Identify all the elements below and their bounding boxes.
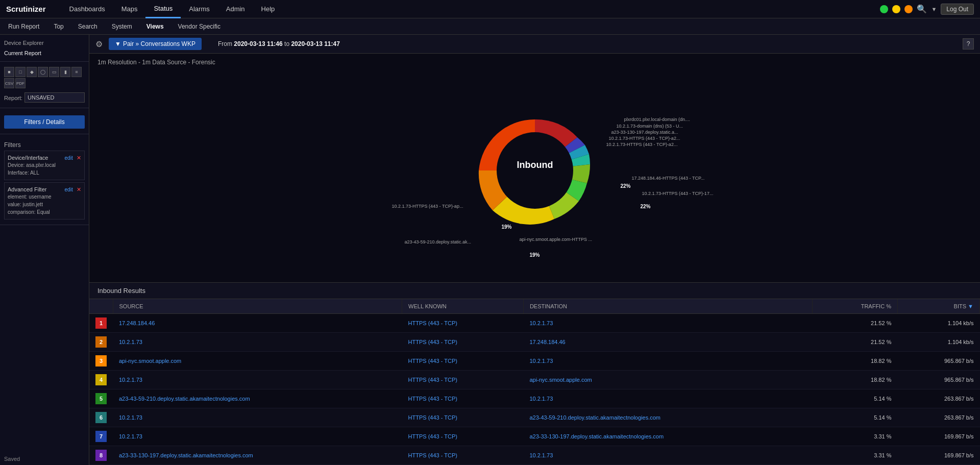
nav-dashboards[interactable]: Dashboards (61, 0, 113, 18)
table-row: 1 17.248.184.46 HTTPS (443 - TCP) 10.2.1… (89, 314, 980, 333)
row-number: 6 (95, 412, 107, 423)
filter-comparison: comparison: Equal (8, 208, 81, 216)
svg-point-0 (497, 132, 573, 209)
cell-destination[interactable]: a23-33-130-197.deploy.static.akamaitectn… (523, 427, 813, 446)
sort-arrow-bits: ▼ (968, 303, 973, 309)
chart-label-2: 10.2.1.73-domain (dns) (53 - U... (617, 124, 683, 129)
cell-bits: 263.867 b/s (897, 408, 979, 427)
search-icon[interactable]: 🔍 (917, 4, 927, 14)
filters-details-button[interactable]: Filters / Details (4, 115, 85, 129)
cell-source[interactable]: a23-33-130-197.deploy.static.akamaitectn… (113, 446, 402, 465)
nav-admin[interactable]: Admin (218, 0, 253, 18)
secondnav-top[interactable]: Top (52, 23, 65, 30)
sidebar-filters-section: Filters Device/Interface edit ✕ Device: … (0, 134, 89, 225)
chart-label-10273: 10.2.1.73-HTTPS (443 - TCP)-17... (642, 191, 714, 196)
filter-value: value: justin.jett (8, 201, 81, 208)
cell-well-known[interactable]: HTTPS (443 - TCP) (402, 352, 524, 371)
nav-help[interactable]: Help (253, 0, 283, 18)
filter-edit-2: edit ✕ (65, 186, 81, 193)
filter-group-advanced: Advanced Filter edit ✕ element: username… (4, 182, 85, 219)
device-explorer-label[interactable]: Device Explorer (4, 38, 85, 48)
row-num-cell: 5 (89, 389, 113, 408)
filter-remove-1[interactable]: ✕ (77, 155, 81, 161)
filter-edit-link-1[interactable]: edit (65, 155, 73, 161)
secondnav-views[interactable]: Views (144, 23, 166, 30)
toolbar-icon-pdf[interactable]: PDF (15, 78, 26, 88)
cell-bits: 965.867 b/s (897, 371, 979, 389)
sidebar-filters-btn-section: Filters / Details (0, 108, 89, 134)
donut-chart: Inbound (448, 89, 622, 252)
cell-well-known[interactable]: HTTPS (443 - TCP) (402, 333, 524, 352)
nav-maps[interactable]: Maps (113, 0, 146, 18)
cell-well-known[interactable]: HTTPS (443 - TCP) (402, 371, 524, 389)
toolbar-icon-1[interactable]: ■ (4, 67, 14, 77)
chart-label-1: plxrdc01.plxr.local-domain (dn.... (624, 117, 691, 122)
row-num-cell: 4 (89, 371, 113, 389)
toolbar-icon-csv[interactable]: CSV (4, 78, 14, 88)
date-to: 2020-03-13 11:47 (291, 40, 339, 47)
row-num-cell: 7 (89, 427, 113, 446)
nav-status[interactable]: Status (145, 0, 181, 18)
cell-destination[interactable]: a23-43-59-210.deploy.static.akamaitectno… (523, 408, 813, 427)
row-num-cell: 1 (89, 314, 113, 333)
cell-source[interactable]: 10.2.1.73 (113, 371, 402, 389)
chart-pct-22-right: 22% (641, 204, 651, 209)
filter-group-header-2: Advanced Filter edit ✕ (8, 186, 81, 193)
cell-destination[interactable]: 17.248.184.46 (523, 333, 813, 352)
resolution-info: 1m Resolution - 1m Data Source - Forensi… (89, 54, 980, 69)
toolbar-icon-2[interactable]: □ (15, 67, 26, 77)
secondnav-system[interactable]: System (110, 23, 134, 30)
help-button[interactable]: ? (963, 38, 974, 50)
nav-alarms[interactable]: Alarms (181, 0, 217, 18)
logout-button[interactable]: Log Out (941, 4, 974, 15)
cell-well-known[interactable]: HTTPS (443 - TCP) (402, 408, 524, 427)
secondnav-vendor-specific[interactable]: Vendor Specific (176, 23, 223, 30)
cell-source[interactable]: api-nyc.smoot.apple.com (113, 352, 402, 371)
nav-items: Dashboards Maps Status Alarms Admin Help (61, 0, 880, 18)
chart-label-apple: api-nyc.smoot.apple.com-HTTPS ... (520, 237, 593, 242)
cell-well-known[interactable]: HTTPS (443 - TCP) (402, 314, 524, 333)
col-source[interactable]: SOURCE (113, 299, 402, 314)
cell-well-known[interactable]: HTTPS (443 - TCP) (402, 427, 524, 446)
cell-well-known[interactable]: HTTPS (443 - TCP) (402, 389, 524, 408)
filter-edit-1: edit ✕ (65, 154, 81, 161)
filter-remove-2[interactable]: ✕ (77, 186, 81, 192)
table-body: 1 17.248.184.46 HTTPS (443 - TCP) 10.2.1… (89, 314, 980, 465)
cell-traffic: 5.14 % (813, 408, 898, 427)
cell-destination[interactable]: 10.2.1.73 (523, 352, 813, 371)
filters-title: Filters (4, 137, 85, 151)
toolbar-icon-7[interactable]: ≡ (71, 67, 82, 77)
cell-destination[interactable]: api-nyc.smoot.apple.com (523, 371, 813, 389)
toolbar-icon-4[interactable]: ◯ (38, 67, 48, 77)
toolbar-icon-5[interactable]: ▭ (49, 67, 59, 77)
col-destination[interactable]: DESTINATION (523, 299, 813, 314)
filter-edit-link-2[interactable]: edit (65, 187, 73, 192)
col-well-known[interactable]: WELL KNOWN (402, 299, 524, 314)
current-report-label[interactable]: Current Report (4, 48, 85, 58)
col-bits[interactable]: BITS ▼ (897, 299, 979, 314)
cell-destination[interactable]: 10.2.1.73 (523, 446, 813, 465)
report-input[interactable]: UNSAVED (24, 92, 85, 103)
toolbar-icon-6[interactable]: ▮ (60, 67, 70, 77)
col-traffic[interactable]: TRAFFIC % (813, 299, 898, 314)
toolbar-icon-3[interactable]: ◆ (27, 67, 37, 77)
cell-source[interactable]: a23-43-59-210.deploy.static.akamaitectno… (113, 389, 402, 408)
cell-source[interactable]: 17.248.184.46 (113, 314, 402, 333)
breadcrumb-button[interactable]: ▼ Pair » Conversations WKP (109, 38, 202, 50)
cell-source[interactable]: 10.2.1.73 (113, 333, 402, 352)
cell-destination[interactable]: 10.2.1.73 (523, 389, 813, 408)
cell-destination[interactable]: 10.2.1.73 (523, 314, 813, 333)
cell-traffic: 18.82 % (813, 371, 898, 389)
secondnav-run-report[interactable]: Run Report (6, 23, 41, 30)
filter-group-device-interface: Device/Interface edit ✕ Device: asa.plxr… (4, 151, 85, 180)
cell-bits: 169.867 b/s (897, 446, 979, 465)
cell-source[interactable]: 10.2.1.73 (113, 408, 402, 427)
secondnav-search[interactable]: Search (76, 23, 100, 30)
table-row: 2 10.2.1.73 HTTPS (443 - TCP) 17.248.184… (89, 333, 980, 352)
cell-well-known[interactable]: HTTPS (443 - TCP) (402, 446, 524, 465)
row-number: 4 (95, 374, 107, 385)
gear-button[interactable]: ⚙ (95, 39, 103, 49)
from-label: From (218, 40, 232, 47)
filter-name-1: Device/Interface (8, 155, 48, 161)
cell-source[interactable]: 10.2.1.73 (113, 427, 402, 446)
